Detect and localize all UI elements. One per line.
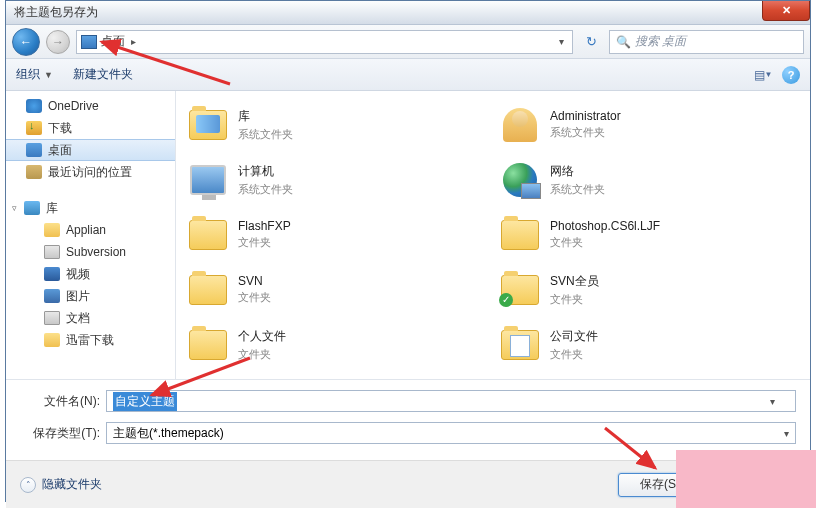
library-folder-icon [189,110,227,140]
search-placeholder: 搜索 桌面 [635,33,686,50]
sidebar-item-libraries[interactable]: ▿库 [6,197,175,219]
breadcrumb-dropdown[interactable]: ▾ [555,36,568,47]
type-select[interactable]: 主题包(*.themepack) ▾ [106,422,796,444]
chevron-down-icon[interactable]: ▾ [784,428,789,439]
user-icon [503,108,537,142]
folder-icon [44,333,60,347]
breadcrumb[interactable]: 桌面 ▸ ▾ [76,30,573,54]
folder-icon [189,220,227,250]
item-network[interactable]: 网络系统文件夹 [498,152,800,207]
computer-icon [190,165,226,195]
desktop-icon [26,143,42,157]
recent-icon [26,165,42,179]
filename-label: 文件名(N): [20,393,100,410]
sidebar-item-onedrive[interactable]: OneDrive [6,95,175,117]
item-svn-all[interactable]: SVN全员文件夹 [498,262,800,317]
item-library[interactable]: 库系统文件夹 [186,97,488,152]
main-area: OneDrive 下载 桌面 最近访问的位置 ▿库 Applian Subver… [6,91,810,379]
chevron-up-icon: ˄ [20,477,36,493]
item-svn[interactable]: SVN文件夹 [186,262,488,317]
forward-button[interactable]: → [46,30,70,54]
document-icon [44,245,60,259]
network-icon [503,163,537,197]
arrow-left-icon: ← [20,35,32,49]
type-label: 保存类型(T): [20,425,100,442]
item-personal[interactable]: 个人文件文件夹 [186,317,488,372]
search-input[interactable]: 🔍 搜索 桌面 [609,30,804,54]
sidebar-item-documents[interactable]: 文档 [6,307,175,329]
view-options-button[interactable]: ▤ ▼ [752,66,774,84]
content-pane: 库系统文件夹 Administrator系统文件夹 计算机系统文件夹 网络系统文… [176,91,810,379]
item-photoshop[interactable]: Photoshop.CS6l.LJF文件夹 [498,207,800,262]
folder-icon [501,220,539,250]
form-area: 文件名(N): 自定义主题 ▾ 保存类型(T): 主题包(*.themepack… [6,379,810,460]
chevron-down-icon: ▼ [44,70,53,80]
back-button[interactable]: ← [12,28,40,56]
folder-doc-icon [501,330,539,360]
close-icon: ✕ [782,4,791,17]
close-button[interactable]: ✕ [762,1,810,21]
item-flashfxp[interactable]: FlashFXP文件夹 [186,207,488,262]
sidebar-item-recent[interactable]: 最近访问的位置 [6,161,175,183]
sidebar-item-downloads[interactable]: 下载 [6,117,175,139]
refresh-icon: ↻ [586,34,597,49]
sidebar-item-applian[interactable]: Applian [6,219,175,241]
organize-menu[interactable]: 组织 ▼ [16,66,53,83]
toolbar: 组织 ▼ 新建文件夹 ▤ ▼ ? [6,59,810,91]
breadcrumb-location: 桌面 [101,33,125,50]
navigation-bar: ← → 桌面 ▸ ▾ ↻ 🔍 搜索 桌面 [6,25,810,59]
chevron-right-icon[interactable]: ▸ [129,36,138,47]
sidebar-item-pictures[interactable]: 图片 [6,285,175,307]
item-company[interactable]: 公司文件文件夹 [498,317,800,372]
search-icon: 🔍 [616,35,631,49]
filename-value: 自定义主题 [113,392,177,411]
type-value: 主题包(*.themepack) [113,425,224,442]
library-icon [24,201,40,215]
sidebar-item-thunder[interactable]: 迅雷下载 [6,329,175,351]
item-computer[interactable]: 计算机系统文件夹 [186,152,488,207]
folder-icon [44,223,60,237]
cloud-icon [26,99,42,113]
download-icon [26,121,42,135]
titlebar: 将主题包另存为 ✕ [6,1,810,25]
item-administrator[interactable]: Administrator系统文件夹 [498,97,800,152]
picture-icon [44,289,60,303]
folder-check-icon [501,275,539,305]
filename-input[interactable]: 自定义主题 ▾ [106,390,796,412]
chevron-down-icon[interactable]: ▾ [770,396,775,407]
desktop-icon [81,35,97,49]
hide-folders-toggle[interactable]: ˄ 隐藏文件夹 [20,476,102,493]
new-folder-button[interactable]: 新建文件夹 [73,66,133,83]
document-icon [44,311,60,325]
sidebar-item-video[interactable]: 视频 [6,263,175,285]
folder-icon [189,330,227,360]
save-as-dialog: 将主题包另存为 ✕ ← → 桌面 ▸ ▾ ↻ 🔍 搜索 桌面 组织 ▼ 新建文件… [5,0,811,502]
sidebar: OneDrive 下载 桌面 最近访问的位置 ▿库 Applian Subver… [6,91,176,379]
collapse-icon[interactable]: ▿ [12,203,17,213]
video-icon [44,267,60,281]
folder-icon [189,275,227,305]
arrow-right-icon: → [52,35,64,49]
refresh-button[interactable]: ↻ [579,30,603,54]
window-title: 将主题包另存为 [14,4,98,21]
annotation-overlay [676,450,816,508]
sidebar-item-subversion[interactable]: Subversion [6,241,175,263]
sidebar-item-desktop[interactable]: 桌面 [6,139,175,161]
help-button[interactable]: ? [782,66,800,84]
